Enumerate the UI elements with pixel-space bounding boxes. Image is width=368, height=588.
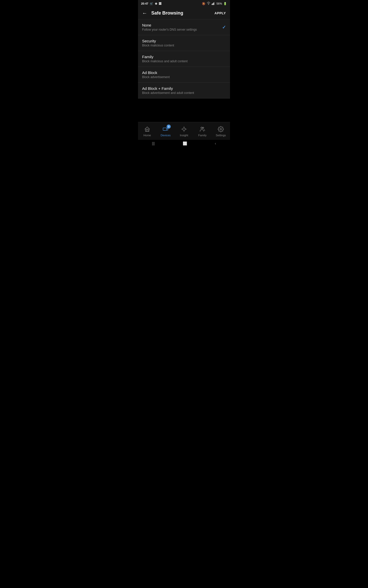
nav-family[interactable]: Family <box>193 122 212 140</box>
svg-rect-2 <box>213 3 213 5</box>
option-none-title: None <box>142 23 222 27</box>
svg-rect-3 <box>214 3 214 5</box>
home-icon <box>144 126 151 133</box>
status-bar: 20:47 🛒 ⊕ 🖼 🔕 56% 🔋 <box>138 0 230 7</box>
status-bar-right: 🔕 56% 🔋 <box>202 2 227 6</box>
app-header: ← Safe Browsing APPLY <box>138 7 230 19</box>
wifi-icon <box>207 2 210 6</box>
battery-icon: 🔋 <box>223 2 227 5</box>
status-time: 20:47 <box>141 2 148 5</box>
header-left: ← Safe Browsing <box>142 10 183 16</box>
option-adblock-subtitle: Block advertisement <box>142 75 226 79</box>
option-none-text: None Follow your router's DNS server set… <box>142 23 222 31</box>
nav-insight[interactable]: Insight <box>175 122 193 140</box>
nav-devices-label: Devices <box>160 134 170 137</box>
devices-badge: 3 <box>167 125 171 129</box>
svg-point-0 <box>208 4 209 5</box>
hotspot-icon: ⊕ <box>155 2 157 5</box>
option-security[interactable]: Security Block malicious content <box>138 35 230 51</box>
option-adblock-family-title: Ad Block + Family <box>142 86 226 91</box>
nav-settings-label: Settings <box>216 134 226 137</box>
option-family-text: Family Block malicious and adult content <box>142 55 226 63</box>
option-adblock-family-text: Ad Block + Family Block advertisement an… <box>142 86 226 95</box>
nav-home[interactable]: Home <box>138 122 156 140</box>
settings-icon <box>217 126 224 133</box>
option-none[interactable]: None Follow your router's DNS server set… <box>138 19 230 35</box>
nav-settings[interactable]: Settings <box>212 122 230 140</box>
option-family-subtitle: Block malicious and adult content <box>142 59 226 63</box>
option-none-subtitle: Follow your router's DNS server settings <box>142 28 222 31</box>
mute-icon: 🔕 <box>202 2 205 5</box>
svg-rect-4 <box>214 2 215 5</box>
nav-recent-button[interactable]: ||| <box>152 141 155 145</box>
svg-rect-1 <box>212 4 212 5</box>
option-adblock-family[interactable]: Ad Block + Family Block advertisement an… <box>138 83 230 99</box>
nav-devices[interactable]: 3 Devices <box>156 122 175 140</box>
option-family[interactable]: Family Block malicious and adult content <box>138 51 230 67</box>
cart-icon: 🛒 <box>150 2 153 5</box>
options-list: None Follow your router's DNS server set… <box>138 19 230 99</box>
signal-icon <box>212 2 215 6</box>
option-none-checkmark: ✓ <box>222 24 226 30</box>
option-adblock-text: Ad Block Block advertisement <box>142 70 226 79</box>
status-bar-left: 20:47 🛒 ⊕ 🖼 <box>141 2 162 5</box>
system-nav: ||| ⬜ ‹ <box>138 140 230 147</box>
nav-insight-label: Insight <box>180 134 188 137</box>
photo-icon: 🖼 <box>159 2 162 5</box>
svg-rect-5 <box>163 128 167 130</box>
option-security-title: Security <box>142 39 226 43</box>
apply-button[interactable]: APPLY <box>214 11 226 15</box>
option-security-subtitle: Block malicious content <box>142 44 226 47</box>
bottom-nav: Home 3 Devices Insight <box>138 122 230 140</box>
svg-point-10 <box>220 128 222 130</box>
svg-point-9 <box>203 127 204 128</box>
option-security-text: Security Block malicious content <box>142 39 226 47</box>
nav-back-button[interactable]: ‹ <box>215 141 216 145</box>
option-adblock-title: Ad Block <box>142 70 226 75</box>
option-adblock-family-subtitle: Block advertisement and adult content <box>142 91 226 95</box>
back-button[interactable]: ← <box>142 10 147 16</box>
option-adblock[interactable]: Ad Block Block advertisement <box>138 67 230 83</box>
nav-home-label: Home <box>143 134 151 137</box>
insight-icon <box>180 126 188 133</box>
nav-family-label: Family <box>198 134 206 137</box>
devices-icon: 3 <box>162 126 169 133</box>
svg-point-6 <box>164 130 165 131</box>
family-icon <box>199 126 206 133</box>
option-family-title: Family <box>142 55 226 59</box>
page-title: Safe Browsing <box>151 10 183 16</box>
svg-point-8 <box>201 127 202 129</box>
nav-home-button[interactable]: ⬜ <box>183 141 187 145</box>
battery-level: 56% <box>216 2 222 5</box>
